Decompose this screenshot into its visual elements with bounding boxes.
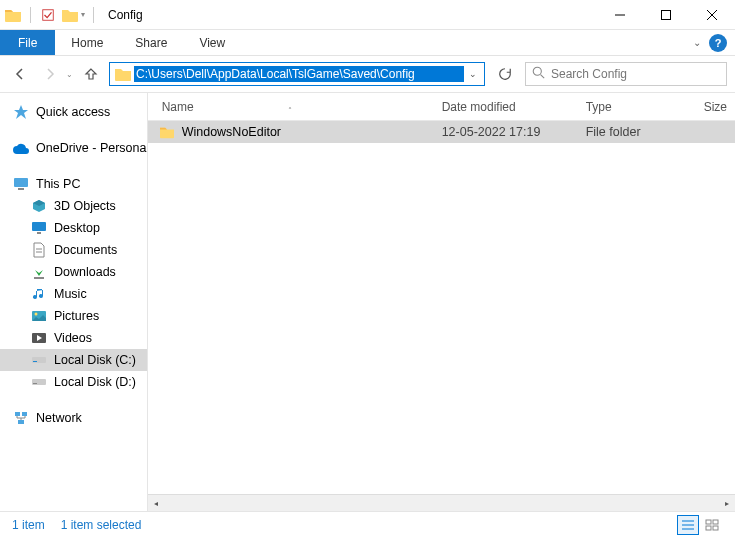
sidebar-item-local-d[interactable]: Local Disk (D:)	[0, 371, 147, 393]
3dobjects-icon	[30, 198, 48, 214]
scroll-left-icon[interactable]: ◂	[148, 495, 165, 512]
svg-rect-0	[43, 9, 54, 20]
column-header-size[interactable]: Size	[696, 100, 735, 114]
qat-separator-2	[93, 7, 94, 23]
maximize-button[interactable]	[643, 0, 689, 30]
file-list[interactable]: WindowsNoEditor 12-05-2022 17:19 File fo…	[148, 121, 735, 494]
sidebar-onedrive[interactable]: OneDrive - Persona	[0, 137, 147, 159]
ribbon: File Home Share View ⌄ ?	[0, 30, 735, 56]
status-selected: 1 item selected	[61, 518, 142, 532]
sidebar-item-label: Local Disk (C:)	[54, 353, 136, 367]
sidebar-item-local-c[interactable]: Local Disk (C:)	[0, 349, 147, 371]
address-bar[interactable]: C:\Users\Dell\AppData\Local\TslGame\Save…	[109, 62, 485, 86]
folder-icon	[158, 124, 176, 140]
documents-icon	[30, 242, 48, 258]
qat-properties-icon[interactable]	[39, 6, 57, 24]
sidebar: Quick access OneDrive - Persona This PC …	[0, 93, 148, 511]
view-thumbnails-button[interactable]	[701, 515, 723, 535]
svg-rect-30	[713, 526, 718, 530]
up-button[interactable]	[79, 62, 103, 86]
help-button[interactable]: ?	[709, 34, 727, 52]
column-label: Name	[162, 100, 194, 114]
file-name: WindowsNoEditor	[182, 125, 281, 139]
svg-rect-9	[32, 222, 46, 231]
svg-rect-7	[14, 178, 28, 187]
main: Quick access OneDrive - Persona This PC …	[0, 92, 735, 511]
sidebar-item-label: Music	[54, 287, 87, 301]
tab-home[interactable]: Home	[55, 30, 119, 55]
file-date: 12-05-2022 17:19	[434, 125, 578, 139]
file-tab[interactable]: File	[0, 30, 55, 55]
drive-icon	[30, 374, 48, 390]
sidebar-item-label: Network	[36, 411, 82, 425]
sidebar-item-label: 3D Objects	[54, 199, 116, 213]
sort-indicator-icon: ˄	[288, 106, 292, 115]
address-folder-icon	[114, 66, 132, 82]
svg-rect-23	[18, 420, 24, 424]
svg-rect-2	[662, 10, 671, 19]
qat-dropdown-icon[interactable]: ▾	[81, 10, 85, 19]
sidebar-item-downloads[interactable]: Downloads	[0, 261, 147, 283]
scroll-right-icon[interactable]: ▸	[718, 495, 735, 512]
svg-rect-13	[34, 277, 44, 279]
sidebar-quick-access[interactable]: Quick access	[0, 101, 147, 123]
sidebar-item-music[interactable]: Music	[0, 283, 147, 305]
forward-button[interactable]	[38, 62, 62, 86]
svg-rect-29	[706, 526, 711, 530]
videos-icon	[30, 330, 48, 346]
qat-separator	[30, 7, 31, 23]
titlebar: ▾ Config	[0, 0, 735, 30]
sidebar-item-label: Local Disk (D:)	[54, 375, 136, 389]
sidebar-this-pc[interactable]: This PC	[0, 173, 147, 195]
column-header-name[interactable]: Name ˄	[148, 100, 434, 114]
search-placeholder: Search Config	[551, 67, 627, 81]
svg-rect-8	[18, 188, 24, 190]
status-bar: 1 item 1 item selected	[0, 511, 735, 537]
network-icon	[12, 410, 30, 426]
content-area: Name ˄ Date modified Type Size WindowsNo…	[148, 93, 735, 511]
refresh-button[interactable]	[491, 62, 519, 86]
sidebar-item-pictures[interactable]: Pictures	[0, 305, 147, 327]
svg-rect-20	[33, 383, 37, 384]
quick-access-icon	[12, 104, 30, 120]
address-path[interactable]: C:\Users\Dell\AppData\Local\TslGame\Save…	[134, 66, 464, 82]
svg-rect-22	[22, 412, 27, 416]
sidebar-item-label: Downloads	[54, 265, 116, 279]
sidebar-item-desktop[interactable]: Desktop	[0, 217, 147, 239]
column-headers: Name ˄ Date modified Type Size	[148, 93, 735, 121]
minimize-button[interactable]	[597, 0, 643, 30]
pc-icon	[12, 176, 30, 192]
table-row[interactable]: WindowsNoEditor 12-05-2022 17:19 File fo…	[148, 121, 735, 143]
close-button[interactable]	[689, 0, 735, 30]
pictures-icon	[30, 308, 48, 324]
column-header-date[interactable]: Date modified	[434, 100, 578, 114]
back-button[interactable]	[8, 62, 32, 86]
svg-point-15	[35, 313, 38, 316]
file-type: File folder	[578, 125, 696, 139]
sidebar-item-3dobjects[interactable]: 3D Objects	[0, 195, 147, 217]
sidebar-item-label: Quick access	[36, 105, 110, 119]
svg-line-6	[541, 75, 545, 79]
svg-rect-27	[706, 520, 711, 524]
sidebar-item-videos[interactable]: Videos	[0, 327, 147, 349]
onedrive-icon	[12, 140, 30, 156]
ribbon-collapse-icon[interactable]: ⌄	[693, 37, 701, 48]
sidebar-item-label: This PC	[36, 177, 80, 191]
search-input[interactable]: Search Config	[525, 62, 727, 86]
recent-dropdown-icon[interactable]: ⌄	[66, 70, 73, 79]
sidebar-item-documents[interactable]: Documents	[0, 239, 147, 261]
music-icon	[30, 286, 48, 302]
horizontal-scrollbar[interactable]: ◂ ▸	[148, 494, 735, 511]
tab-share[interactable]: Share	[119, 30, 183, 55]
view-details-button[interactable]	[677, 515, 699, 535]
svg-rect-18	[33, 361, 37, 362]
qat-newfolder-icon[interactable]	[61, 7, 79, 23]
address-dropdown-icon[interactable]: ⌄	[464, 69, 482, 79]
tab-view[interactable]: View	[183, 30, 241, 55]
drive-icon	[30, 352, 48, 368]
sidebar-network[interactable]: Network	[0, 407, 147, 429]
sidebar-item-label: Videos	[54, 331, 92, 345]
column-header-type[interactable]: Type	[578, 100, 696, 114]
window-title: Config	[108, 8, 143, 22]
svg-rect-21	[15, 412, 20, 416]
